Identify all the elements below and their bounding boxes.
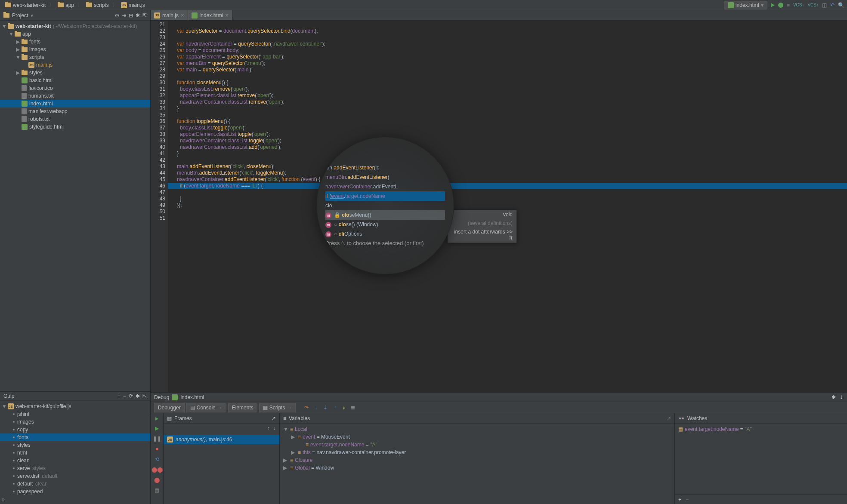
gulp-task[interactable]: copy bbox=[0, 426, 150, 433]
step-over-icon[interactable]: ↷ bbox=[304, 405, 309, 411]
project-tree[interactable]: ▼ web-starter-kit (~/WebstormProjects/we… bbox=[0, 21, 150, 391]
expander-icon[interactable]: ▶ bbox=[291, 434, 296, 440]
run-to-cursor-icon[interactable]: ♪ bbox=[342, 405, 345, 411]
completion-item[interactable]: (several definitions) bbox=[448, 219, 516, 227]
code-line[interactable] bbox=[168, 22, 847, 28]
variable-row[interactable]: ▶≡this = nav.navdrawer-container.promote… bbox=[280, 449, 674, 456]
variable-row[interactable]: ▶≡event = MouseEvent bbox=[280, 433, 674, 441]
gulp-task[interactable]: styles bbox=[0, 441, 150, 449]
close-icon[interactable]: × bbox=[181, 12, 184, 18]
vcs-commit-icon[interactable]: VCS↑ bbox=[807, 3, 819, 7]
step-into-icon[interactable]: ↓ bbox=[315, 405, 317, 411]
rerun-icon[interactable] bbox=[155, 417, 158, 421]
add-icon[interactable]: + bbox=[117, 393, 121, 399]
code-line[interactable]: var appbarElement = querySelector('.app-… bbox=[168, 54, 847, 60]
export-icon[interactable]: ↗ bbox=[667, 415, 671, 421]
tree-item[interactable]: styleguide.html bbox=[0, 123, 150, 131]
editor-tab[interactable]: JSmain.js× bbox=[151, 10, 188, 20]
code-line[interactable]: var navdrawerContainer = querySelector('… bbox=[168, 41, 847, 47]
expander-icon[interactable]: ▶ bbox=[283, 465, 288, 471]
search-icon[interactable]: 🔍 bbox=[838, 2, 844, 8]
gulp-task[interactable]: fonts bbox=[0, 433, 150, 441]
add-watch-icon[interactable]: + bbox=[678, 497, 681, 503]
variable-row[interactable]: ▶≡Global = Window bbox=[280, 464, 674, 472]
expander-icon[interactable]: ▶ bbox=[283, 457, 288, 463]
variable-row[interactable]: ▼≡Local bbox=[280, 425, 674, 433]
tree-root[interactable]: ▼ web-starter-kit (~/WebstormProjects/we… bbox=[0, 22, 150, 30]
breadcrumb-item[interactable]: web-starter-kit bbox=[3, 1, 48, 9]
restore-layout-icon[interactable]: ⟲ bbox=[155, 456, 159, 462]
breakpoints-icon[interactable]: ⬤⬤ bbox=[151, 467, 163, 473]
run-configuration-selector[interactable]: index.html ▾ bbox=[724, 1, 767, 9]
expander-icon[interactable]: ▶ bbox=[15, 39, 20, 45]
gulp-task[interactable]: default clean bbox=[0, 480, 150, 488]
tab-elements[interactable]: Elements bbox=[228, 403, 257, 412]
gulp-root[interactable]: ▼ JS web-starter-kit/gulpfile.js bbox=[0, 403, 150, 410]
evaluate-icon[interactable]: ≣ bbox=[351, 405, 355, 411]
code-line[interactable]: navdrawerContainer.classList.remove('ope… bbox=[168, 99, 847, 105]
tree-item[interactable]: ▶fonts bbox=[0, 38, 150, 46]
code-line[interactable] bbox=[168, 34, 847, 41]
code-line[interactable]: function closeMenu() { bbox=[168, 80, 847, 86]
run-icon[interactable] bbox=[771, 3, 775, 7]
close-icon[interactable]: × bbox=[225, 12, 229, 18]
tree-item[interactable]: ▼app bbox=[0, 30, 150, 38]
code-line[interactable]: navdrawerContainer.classList.add('opened… bbox=[168, 144, 847, 151]
code-line[interactable] bbox=[168, 189, 847, 196]
variable-row[interactable]: ≡event.target.nodeName = "A" bbox=[280, 441, 674, 449]
chevron-down-icon[interactable]: ▾ bbox=[31, 12, 33, 18]
code-line[interactable]: var main = querySelector('main'); bbox=[168, 67, 847, 73]
completion-item[interactable]: void bbox=[448, 210, 516, 219]
stop-icon[interactable]: ■ bbox=[155, 446, 158, 452]
code-line[interactable]: function toggleMenu() { bbox=[168, 118, 847, 125]
expander-icon[interactable]: ▶ bbox=[291, 449, 296, 455]
code-line[interactable]: navdrawerContainer.classList.toggle('ope… bbox=[168, 138, 847, 144]
code-line[interactable]: main.addEventListener('click', closeMenu… bbox=[168, 163, 847, 170]
prev-frame-icon[interactable]: ↑ bbox=[267, 425, 270, 433]
expander-icon[interactable]: ▶ bbox=[15, 70, 20, 76]
tab-console[interactable]: ▤Console→ bbox=[186, 403, 226, 412]
expander-icon[interactable]: ▼ bbox=[283, 426, 288, 432]
hide-icon[interactable]: ⊟ bbox=[129, 12, 133, 18]
tree-item[interactable]: ▶styles bbox=[0, 69, 150, 77]
gear-icon[interactable]: ✱ bbox=[832, 394, 836, 400]
expander-icon[interactable]: ▼ bbox=[2, 23, 6, 29]
code-line[interactable]: body.classList.toggle('open'); bbox=[168, 125, 847, 131]
tab-debugger[interactable]: Debugger bbox=[154, 403, 185, 412]
code-line[interactable] bbox=[168, 112, 847, 118]
expander-icon[interactable]: ▼ bbox=[2, 403, 6, 409]
breadcrumb-item[interactable]: app bbox=[55, 1, 77, 9]
code-line[interactable]: body.classList.remove('open'); bbox=[168, 86, 847, 92]
expand-icon[interactable]: ⇱ bbox=[142, 12, 147, 18]
collapse-icon[interactable]: ⊙ bbox=[115, 12, 119, 18]
step-into-my-icon[interactable]: ⇣ bbox=[323, 405, 328, 411]
code-line[interactable]: } bbox=[168, 151, 847, 157]
gulp-task[interactable]: serve styles bbox=[0, 464, 150, 472]
expander-icon[interactable]: ▶ bbox=[15, 46, 20, 52]
tree-item[interactable]: robots.txt bbox=[0, 115, 150, 123]
debug-icon[interactable] bbox=[778, 3, 783, 8]
code-line[interactable]: navdrawerContainer.addEventListener('cli… bbox=[168, 176, 847, 183]
expander-icon[interactable]: ▼ bbox=[9, 31, 13, 37]
code-line[interactable]: var body = document.body; bbox=[168, 47, 847, 54]
next-frame-icon[interactable]: ↓ bbox=[273, 425, 276, 433]
completion-popup[interactable]: void (several definitions) insert a dot … bbox=[448, 210, 516, 243]
code-line[interactable]: appbarElement.classList.remove('open'); bbox=[168, 92, 847, 99]
code-line[interactable]: var menuBtn = querySelector('.menu'); bbox=[168, 60, 847, 67]
export-icon[interactable]: ↗ bbox=[272, 415, 276, 421]
tree-item[interactable]: favicon.ico bbox=[0, 84, 150, 92]
undo-icon[interactable]: ↶ bbox=[830, 2, 835, 8]
tree-item[interactable]: JSmain.js bbox=[0, 61, 150, 69]
gulp-task[interactable]: serve:dist default bbox=[0, 472, 150, 480]
settings-icon[interactable]: ◫ bbox=[822, 2, 827, 8]
gear-icon[interactable]: ✱ bbox=[136, 393, 140, 399]
variable-row[interactable]: ▶≡Closure bbox=[280, 456, 674, 464]
code-line[interactable]: appbarElement.classList.toggle('open'); bbox=[168, 131, 847, 138]
tree-item[interactable]: index.html bbox=[0, 100, 150, 108]
code-line[interactable] bbox=[168, 73, 847, 80]
code-line[interactable]: if (event.target.nodeName === 'LI') { bbox=[168, 183, 847, 189]
resume-icon[interactable]: ▶ bbox=[155, 425, 159, 431]
tree-item[interactable]: ▶images bbox=[0, 46, 150, 53]
code-line[interactable]: var querySelector = document.querySelect… bbox=[168, 28, 847, 34]
show-toolwindows-icon[interactable]: » bbox=[2, 496, 5, 502]
